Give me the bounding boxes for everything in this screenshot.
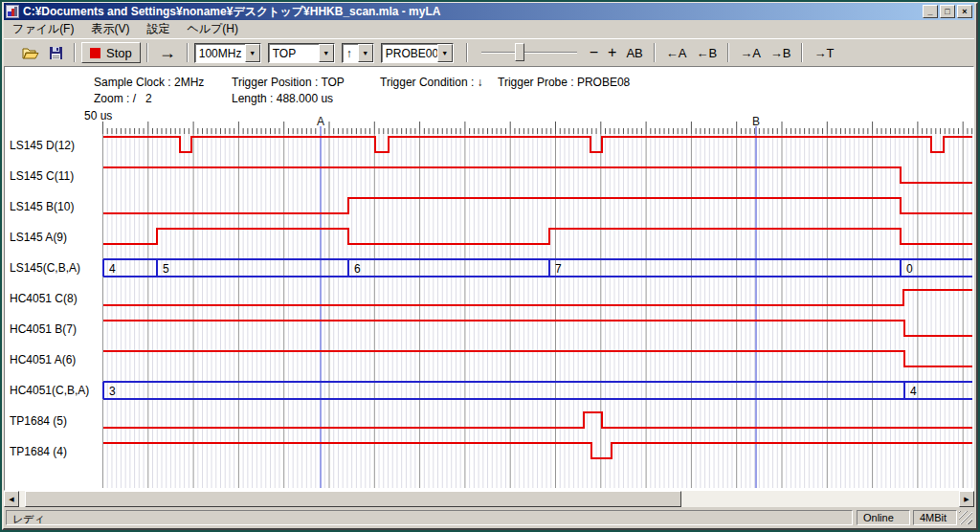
zoom-info: Zoom : / 2 (94, 92, 152, 105)
open-button[interactable] (17, 42, 44, 63)
channel-label: LS145 D(12) (10, 138, 75, 153)
zoom-in-button[interactable]: + (603, 42, 621, 63)
zoom-out-button[interactable]: − (585, 42, 603, 63)
channel-label: LS145 C(11) (10, 168, 74, 184)
sample-clock-combo[interactable]: 100MHz ▼ (194, 43, 261, 63)
chevron-down-icon[interactable]: ▼ (437, 44, 453, 62)
stop-label: Stop (106, 46, 132, 60)
status-memory: 4MBit (913, 510, 957, 525)
trigger-edge-value: ↑ (343, 44, 358, 62)
marker-a-forward-button[interactable]: →A (735, 42, 766, 63)
trigger-probe-value: PROBE00 (382, 44, 437, 62)
channel-label: TP1684 (4) (10, 444, 67, 459)
ab-range-button[interactable]: AB (621, 42, 647, 63)
maximize-button[interactable]: □ (940, 5, 955, 18)
slider-thumb[interactable] (515, 43, 524, 61)
channel-label: HC4051 A(6) (10, 352, 76, 367)
channel-label: HC4051 B(7) (10, 321, 77, 337)
title-bar[interactable]: C:¥Documents and Settings¥noname¥デスクトップ¥… (4, 3, 974, 20)
resize-grip-icon[interactable] (959, 511, 972, 524)
save-button[interactable] (44, 42, 68, 63)
toolbar: Stop → 100MHz ▼ TOP ▼ ↑ ▼ PROBE00 ▼ − + … (4, 38, 974, 66)
waveform-client-area (4, 66, 974, 491)
channel-label: TP1684 (5) (10, 413, 67, 429)
slider-track (481, 52, 577, 54)
open-folder-icon (22, 46, 39, 60)
marker-a-back-button[interactable]: ←A (661, 42, 692, 63)
channel-label: LS145(C,B,A) (10, 260, 80, 276)
sample-clock-info: Sample Clock : 2MHz (94, 76, 204, 89)
scroll-left-icon[interactable]: ◀ (4, 491, 19, 507)
trigger-probe-combo[interactable]: PROBE00 ▼ (381, 43, 454, 63)
trigger-condition-info: Trigger Condition : ↓ (380, 76, 483, 89)
close-button[interactable]: × (957, 5, 972, 18)
scrollbar-thumb[interactable] (25, 491, 681, 507)
scroll-right-icon[interactable]: ▶ (959, 491, 974, 507)
menu-bar: ファイル(F) 表示(V) 設定 ヘルプ(H) (4, 20, 974, 38)
channel-label: HC4051 C(8) (10, 291, 78, 306)
run-button[interactable]: → (154, 42, 181, 63)
channel-label: LS145 B(10) (10, 199, 74, 214)
app-icon (6, 5, 19, 18)
toolbar-separator (801, 43, 803, 62)
channel-label: LS145 A(9) (10, 230, 67, 245)
status-bar: レディ Online 4MBit (4, 507, 974, 526)
stop-icon (90, 48, 100, 58)
goto-trigger-button[interactable]: →T (809, 42, 838, 63)
toolbar-separator (727, 43, 729, 62)
menu-file[interactable]: ファイル(F) (4, 19, 82, 39)
channel-label: HC4051(C,B,A) (10, 383, 89, 398)
sample-clock-value: 100MHz (195, 44, 245, 62)
marker-b-back-button[interactable]: ←B (691, 42, 722, 63)
marker-b-forward-button[interactable]: →B (766, 42, 796, 63)
length-info: Length : 488.000 us (232, 92, 333, 105)
time-scale-label: 50 us (84, 109, 112, 122)
trigger-edge-combo[interactable]: ↑ ▼ (342, 43, 374, 63)
toolbar-separator (654, 43, 656, 62)
status-online: Online (857, 510, 910, 525)
window-title: C:¥Documents and Settings¥noname¥デスクトップ¥… (23, 4, 921, 20)
minimize-button[interactable]: _ (923, 5, 938, 18)
toolbar-separator (187, 43, 189, 62)
menu-help[interactable]: ヘルプ(H) (178, 19, 247, 39)
desktop-background: C:¥Documents and Settings¥noname¥デスクトップ¥… (0, 0, 980, 532)
toolbar-separator (74, 43, 76, 62)
chevron-down-icon[interactable]: ▼ (319, 44, 334, 62)
trigger-position-value: TOP (269, 44, 319, 62)
toolbar-separator (146, 43, 148, 62)
zoom-slider[interactable] (481, 42, 577, 63)
horizontal-scrollbar[interactable]: ◀ ▶ (4, 491, 974, 507)
chevron-down-icon[interactable]: ▼ (358, 44, 373, 62)
toolbar-separator (466, 43, 468, 62)
chevron-down-icon[interactable]: ▼ (245, 44, 260, 62)
menu-settings[interactable]: 設定 (138, 19, 178, 39)
trigger-position-combo[interactable]: TOP ▼ (268, 43, 335, 63)
stop-button[interactable]: Stop (81, 42, 141, 63)
status-message: レディ (6, 510, 853, 525)
save-floppy-icon (49, 46, 63, 60)
menu-view[interactable]: 表示(V) (82, 19, 138, 39)
trigger-position-info: Trigger Position : TOP (232, 76, 345, 89)
trigger-probe-info: Trigger Probe : PROBE08 (498, 76, 630, 89)
